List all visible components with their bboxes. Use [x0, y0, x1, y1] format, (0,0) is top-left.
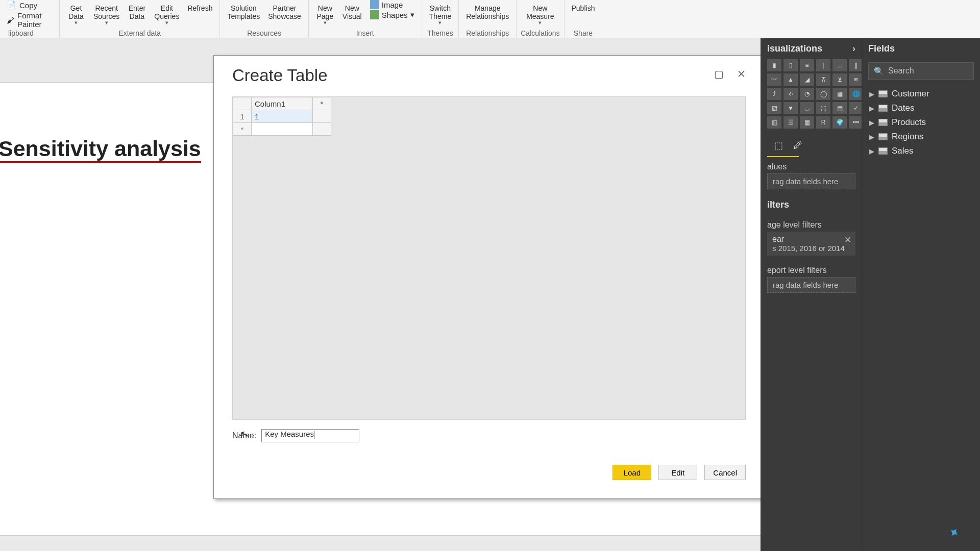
- edit-queries-label: Edit Queries: [154, 4, 179, 20]
- name-label: Name:: [232, 431, 256, 440]
- partner-showcase-label: Partner Showcase: [268, 4, 301, 20]
- viz-clustered-column[interactable]: ｜: [816, 59, 830, 71]
- viz-funnel[interactable]: ▼: [783, 102, 798, 114]
- viz-arcgis[interactable]: 🌍: [832, 116, 847, 129]
- viz-area[interactable]: ▲: [783, 73, 798, 86]
- viz-line[interactable]: 〰: [767, 73, 781, 86]
- format-painter-button[interactable]: 🖌 Format Painter: [7, 11, 53, 29]
- viz-table[interactable]: ☰: [783, 116, 798, 129]
- report-filters-drop-zone[interactable]: rag data fields here: [767, 277, 855, 293]
- copy-button[interactable]: 📄 Copy: [7, 1, 53, 10]
- viz-combo1[interactable]: ⊼: [816, 73, 830, 86]
- fields-search-input[interactable]: 🔍 Search: [868, 62, 974, 80]
- viz-waterfall[interactable]: ⤴: [767, 88, 781, 100]
- table-icon: [878, 90, 888, 97]
- field-label: Customer: [892, 89, 929, 99]
- format-tab[interactable]: 🖉: [793, 139, 802, 152]
- viz-stacked-area[interactable]: ◢: [800, 73, 814, 86]
- viz-stacked-column[interactable]: ▯: [783, 59, 798, 71]
- viz-stacked-bar[interactable]: ▮: [767, 59, 781, 71]
- enter-data-button[interactable]: Enter Data: [125, 0, 149, 20]
- chevron-down-icon: ▾: [105, 19, 108, 26]
- viz-card[interactable]: ⬚: [816, 102, 830, 114]
- viz-kpi[interactable]: ✓: [849, 102, 863, 114]
- edit-button[interactable]: Edit: [658, 465, 697, 480]
- report-filters-label: eport level filters: [761, 261, 862, 277]
- viz-combo2[interactable]: ⊻: [832, 73, 847, 86]
- add-column-button[interactable]: *: [313, 97, 331, 110]
- edit-queries-icon: [158, 0, 176, 4]
- row-index-1: 1: [233, 110, 252, 123]
- field-label: Dates: [892, 103, 914, 113]
- viz-r[interactable]: R: [816, 116, 830, 129]
- right-panels: isualizations › ▮ ▯ ≡ ｜ ≣ ‖ 〰 ▲ ◢ ⊼ ⊻ ≋ …: [761, 38, 980, 551]
- refresh-button[interactable]: Refresh: [184, 0, 215, 12]
- viz-gauge[interactable]: ◡: [800, 102, 814, 114]
- create-table-dialog: Create Table ▢ ✕ Column1 * 1 1 *: [213, 55, 765, 499]
- viz-matrix[interactable]: ▦: [800, 116, 814, 129]
- cell-new[interactable]: [252, 123, 313, 136]
- fields-well-tab[interactable]: ⬚: [774, 139, 783, 152]
- field-table-sales[interactable]: ▶ Sales: [862, 144, 980, 158]
- shapes-button[interactable]: Shapes ▾: [370, 10, 414, 19]
- switch-theme-button[interactable]: Switch Theme ▾: [426, 0, 455, 26]
- name-row: ↖ Name: Key Measures: [232, 429, 746, 442]
- new-visual-button[interactable]: New Visual: [339, 0, 365, 20]
- viz-more[interactable]: •••: [849, 116, 863, 129]
- maximize-button[interactable]: ▢: [714, 68, 724, 80]
- viz-treemap[interactable]: ▦: [832, 88, 847, 100]
- field-list: ▶ Customer ▶ Dates ▶ Products ▶ Regions …: [862, 85, 980, 160]
- viz-multi-card[interactable]: ▤: [832, 102, 847, 114]
- viz-clustered-bar[interactable]: ≡: [800, 59, 814, 71]
- page-filter-year[interactable]: ✕ ear s 2015, 2016 or 2014: [767, 232, 855, 256]
- publish-icon: [574, 0, 592, 4]
- relationships-group-label: Relationships: [463, 29, 512, 38]
- image-button[interactable]: Image: [370, 0, 414, 9]
- field-table-products[interactable]: ▶ Products: [862, 115, 980, 130]
- viz-ribbon[interactable]: ≋: [849, 73, 863, 86]
- new-measure-button[interactable]: New Measure ▾: [523, 0, 557, 26]
- chevron-down-icon: ▾: [324, 19, 327, 26]
- new-page-button[interactable]: New Page ▾: [313, 0, 337, 26]
- cancel-button[interactable]: Cancel: [704, 465, 746, 480]
- field-table-regions[interactable]: ▶ Regions: [862, 130, 980, 144]
- field-label: Sales: [892, 146, 914, 156]
- viz-slicer[interactable]: ▥: [767, 116, 781, 129]
- partner-showcase-button[interactable]: Partner Showcase: [265, 0, 304, 20]
- new-page-label: New Page: [316, 4, 333, 20]
- field-table-customer[interactable]: ▶ Customer: [862, 87, 980, 101]
- get-data-button[interactable]: Get Data ▾: [64, 0, 88, 26]
- edit-queries-button[interactable]: Edit Queries ▾: [151, 0, 182, 26]
- new-measure-icon: [531, 0, 549, 4]
- column-header-1[interactable]: Column1: [252, 97, 313, 110]
- viz-scatter[interactable]: ፨: [783, 88, 798, 100]
- switch-theme-label: Switch Theme: [429, 4, 452, 20]
- viz-pie[interactable]: ◔: [800, 88, 814, 100]
- viz-filled-map[interactable]: ▧: [767, 102, 781, 114]
- visualization-type-grid: ▮ ▯ ≡ ｜ ≣ ‖ 〰 ▲ ◢ ⊼ ⊻ ≋ ⤴ ፨ ◔ ◯ ▦ 🌐 ▧ ▼ …: [761, 59, 862, 133]
- search-icon: 🔍: [874, 66, 884, 76]
- field-label: Regions: [892, 132, 923, 142]
- chevron-right-icon: ▶: [869, 133, 874, 141]
- collapse-viz-button[interactable]: ›: [852, 43, 855, 54]
- load-button[interactable]: Load: [612, 465, 651, 480]
- manage-relationships-button[interactable]: Manage Relationships: [463, 0, 512, 20]
- viz-100-bar[interactable]: ≣: [832, 59, 847, 71]
- table-name-input[interactable]: Key Measures: [261, 429, 359, 442]
- table-data-grid[interactable]: Column1 * 1 1 *: [233, 97, 331, 136]
- viz-100-column[interactable]: ‖: [849, 59, 863, 71]
- cell-1-1[interactable]: 1: [252, 110, 313, 123]
- viz-donut[interactable]: ◯: [816, 88, 830, 100]
- remove-filter-button[interactable]: ✕: [844, 235, 851, 245]
- clipboard-group-label: lipboard: [4, 29, 55, 37]
- close-button[interactable]: ✕: [737, 68, 746, 80]
- solution-templates-button[interactable]: Solution Templates: [224, 0, 263, 20]
- new-row-indicator[interactable]: *: [233, 123, 252, 136]
- values-section-label: alues: [761, 157, 862, 173]
- field-table-dates[interactable]: ▶ Dates: [862, 101, 980, 115]
- values-drop-zone[interactable]: rag data fields here: [767, 173, 855, 189]
- fields-title: Fields: [868, 43, 895, 54]
- publish-button[interactable]: Publish: [569, 0, 598, 12]
- viz-map[interactable]: 🌐: [849, 88, 863, 100]
- recent-sources-button[interactable]: Recent Sources ▾: [90, 0, 122, 26]
